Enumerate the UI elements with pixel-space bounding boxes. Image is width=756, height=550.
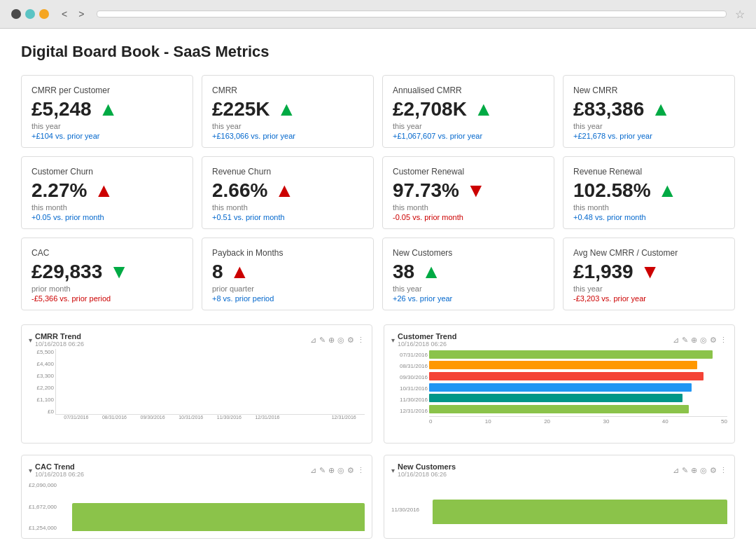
metric-period: this year xyxy=(393,284,544,293)
x-label: 10 xyxy=(485,418,491,425)
x-label: 40 xyxy=(662,418,668,425)
cust-y-label: 08/31/2016 xyxy=(391,363,428,369)
customer-trend-controls[interactable]: ⊿ ✎ ⊕ ◎ ⚙ ⋮ xyxy=(673,336,727,345)
filter-icon-2[interactable]: ⊿ xyxy=(673,336,679,345)
x-label: 07/31/2016 xyxy=(58,415,94,420)
x-axis-labels: 01020304050 xyxy=(429,417,727,426)
x-label: 09/30/2016 xyxy=(134,415,171,420)
metric-value: 2.66% ▲ xyxy=(212,179,363,202)
metric-period: this month xyxy=(573,203,724,212)
metric-label: New Customers xyxy=(393,248,544,258)
edit-icon[interactable]: ✎ xyxy=(319,336,326,345)
metric-arrow-icon: ▼ xyxy=(640,261,660,283)
x-label: 50 xyxy=(721,418,727,425)
metric-number: £2,708K xyxy=(393,98,467,121)
metric-number: 102.58% xyxy=(573,179,651,202)
cac-y-label: £2,090,000 xyxy=(29,482,71,488)
cac-trend-subtitle: 10/16/2018 06:26 xyxy=(35,471,84,478)
new-customers-chart-area: 11/30/2016 xyxy=(391,482,727,524)
metric-delta: +£1,067,607 vs. prior year xyxy=(393,132,544,140)
edit-icon-2[interactable]: ✎ xyxy=(682,336,688,345)
metric-arrow-icon: ▼ xyxy=(109,261,129,283)
metric-arrow-icon: ▲ xyxy=(230,261,250,283)
metric-card: Revenue Renewal 102.58% ▲ this month +0.… xyxy=(563,156,735,229)
cust-y-label: 11/30/2016 xyxy=(391,397,428,403)
cmrr-trend-header: ▾ CMRR Trend 10/16/2018 06:26 ⊿ ✎ ⊕ ◎ ⚙ … xyxy=(29,332,365,348)
metric-value: £29,833 ▼ xyxy=(31,261,183,283)
settings-icon-2[interactable]: ⚙ xyxy=(710,336,717,345)
customer-trend-title: Customer Trend xyxy=(398,332,456,341)
search-icon-3[interactable]: ⊕ xyxy=(328,466,335,475)
cust-y-label: 12/31/2016 xyxy=(391,408,428,414)
settings-icon-3[interactable]: ⚙ xyxy=(347,466,354,475)
search-icon-4[interactable]: ⊕ xyxy=(691,466,697,475)
new-customers-chevron: ▾ xyxy=(391,467,395,474)
hbar xyxy=(429,394,682,402)
metric-number: 2.66% xyxy=(212,179,267,202)
filter-icon[interactable]: ⊿ xyxy=(310,336,316,345)
edit-icon-3[interactable]: ✎ xyxy=(319,466,326,475)
cac-bar xyxy=(72,503,365,531)
new-customers-chart-subtitle: 10/16/2018 06:26 xyxy=(398,471,456,478)
zoom-icon-2[interactable]: ◎ xyxy=(700,336,707,345)
bookmark-button[interactable]: ☆ xyxy=(735,8,745,21)
customer-trend-body: 07/31/201608/31/201609/30/201610/31/2016… xyxy=(391,349,727,440)
metric-arrow-icon: ▲ xyxy=(421,261,441,283)
more-icon-4[interactable]: ⋮ xyxy=(720,466,727,475)
more-icon-3[interactable]: ⋮ xyxy=(357,466,365,475)
edit-icon-4[interactable]: ✎ xyxy=(682,466,688,475)
metric-value: £2,708K ▲ xyxy=(393,98,544,121)
cac-trend-controls[interactable]: ⊿ ✎ ⊕ ◎ ⚙ ⋮ xyxy=(310,466,365,475)
metric-delta: +0.51 vs. prior month xyxy=(212,213,363,221)
zoom-icon-3[interactable]: ◎ xyxy=(337,466,344,475)
metric-delta: -£3,203 vs. prior year xyxy=(573,294,724,303)
search-icon-2[interactable]: ⊕ xyxy=(691,336,697,345)
metric-number: £5,248 xyxy=(31,98,92,121)
y-label: £2,200 xyxy=(29,385,54,391)
metric-value: £1,939 ▼ xyxy=(573,261,724,283)
metric-value: £225K ▲ xyxy=(212,98,363,121)
settings-icon[interactable]: ⚙ xyxy=(347,336,354,345)
hbar-area: 01020304050 xyxy=(429,349,727,426)
x-label xyxy=(288,415,324,420)
cac-y-axis: £2,090,000£1,672,000£1,254,000 xyxy=(29,482,71,531)
cust-y-axis: 07/31/201608/31/201609/30/201610/31/2016… xyxy=(391,349,428,426)
cmrr-trend-controls[interactable]: ⊿ ✎ ⊕ ◎ ⚙ ⋮ xyxy=(310,336,365,345)
nc-inner: 11/30/2016 xyxy=(391,482,727,524)
metric-number: 97.73% xyxy=(393,179,459,202)
cmrr-trend-chevron: ▾ xyxy=(29,336,32,344)
zoom-icon[interactable]: ◎ xyxy=(337,336,344,345)
filter-icon-3[interactable]: ⊿ xyxy=(310,466,316,475)
x-label: 12/31/2016 xyxy=(249,415,286,420)
more-icon-2[interactable]: ⋮ xyxy=(720,336,727,345)
metric-value: 8 ▲ xyxy=(212,261,363,283)
more-icon[interactable]: ⋮ xyxy=(357,336,365,345)
y-label: £3,300 xyxy=(29,373,54,379)
metric-delta: +0.48 vs. prior month xyxy=(573,213,724,221)
metric-period: this month xyxy=(31,203,183,212)
forward-button[interactable]: > xyxy=(74,7,88,21)
metric-delta: +£163,066 vs. prior year xyxy=(212,132,363,140)
search-icon[interactable]: ⊕ xyxy=(328,336,335,345)
new-customers-chart-title: New Customers xyxy=(398,462,456,471)
metric-card: CMRR per Customer £5,248 ▲ this year +£1… xyxy=(21,75,193,148)
browser-chrome: < > ☆ xyxy=(0,0,756,29)
zoom-icon-4[interactable]: ◎ xyxy=(700,466,707,475)
metric-label: Revenue Churn xyxy=(212,167,363,177)
settings-icon-4[interactable]: ⚙ xyxy=(710,466,717,475)
metric-label: New CMRR xyxy=(573,85,724,95)
metric-period: this month xyxy=(212,203,363,212)
metric-value: £83,386 ▲ xyxy=(573,98,724,121)
new-customers-controls[interactable]: ⊿ ✎ ⊕ ◎ ⚙ ⋮ xyxy=(673,466,727,475)
hbars-container xyxy=(429,349,727,417)
back-button[interactable]: < xyxy=(57,7,71,21)
page-content: Digital Board Book - SaaS Metrics CMRR p… xyxy=(0,29,756,550)
metric-delta: -0.05 vs. prior month xyxy=(393,213,544,221)
charts-row-2: ▾ CAC Trend 10/16/2018 06:26 ⊿ ✎ ⊕ ◎ ⚙ ⋮ xyxy=(21,455,735,539)
filter-icon-4[interactable]: ⊿ xyxy=(673,466,679,475)
metric-arrow-icon: ▲ xyxy=(99,98,118,121)
metric-card: New CMRR £83,386 ▲ this year +£21,678 vs… xyxy=(563,75,735,148)
cmrr-trend-body: £5,500£4,400£3,300£2,200£1,100£0 xyxy=(29,349,365,440)
x-label: 10/31/2016 xyxy=(173,415,209,420)
url-bar[interactable] xyxy=(97,11,727,18)
